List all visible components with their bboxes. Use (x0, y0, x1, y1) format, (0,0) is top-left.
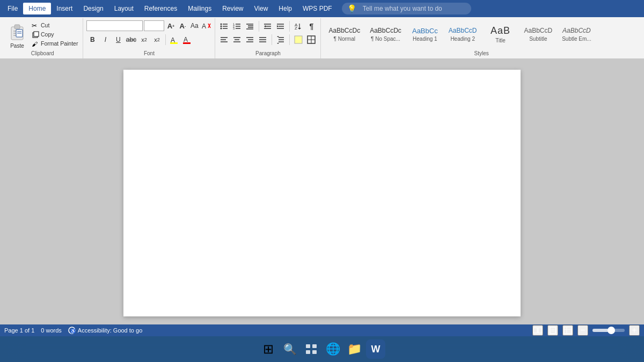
print-layout-button[interactable] (547, 325, 558, 336)
borders-icon (307, 35, 316, 44)
font-divider (165, 34, 166, 45)
italic-button[interactable]: I (99, 34, 111, 46)
superscript-button[interactable]: x2 (151, 34, 163, 46)
task-view-button[interactable] (302, 339, 321, 359)
para-divider2 (289, 21, 290, 32)
menu-help[interactable]: Help (273, 3, 297, 14)
menu-mailings[interactable]: Mailings (182, 3, 217, 14)
menu-review[interactable]: Review (217, 3, 248, 14)
menu-insert[interactable]: Insert (51, 3, 78, 14)
plus-zoom-button[interactable]: + (629, 325, 640, 336)
shading-icon (294, 35, 303, 44)
menu-home[interactable]: Home (23, 3, 51, 14)
word-app-button[interactable]: W (366, 339, 385, 359)
tell-me-input[interactable] (358, 4, 466, 13)
clipboard-group: Paste ✂ Cut Copy (2, 18, 83, 58)
align-right-button[interactable] (244, 34, 256, 46)
font-name-input[interactable] (86, 20, 143, 31)
clear-formatting-button[interactable]: A (201, 20, 211, 31)
font-color-button[interactable]: A (181, 34, 193, 46)
menu-wps-pdf[interactable]: WPS PDF (297, 3, 338, 14)
underline-button[interactable]: U (112, 34, 124, 46)
sort-button[interactable]: A Z (292, 20, 304, 32)
menu-bar: File Home Insert Design Layout Reference… (0, 0, 644, 17)
paste-label: Paste (10, 43, 24, 49)
font-size-input[interactable] (144, 20, 164, 31)
status-right: − + (532, 325, 640, 336)
paste-icon (9, 23, 26, 41)
svg-rect-18 (183, 42, 191, 44)
align-left-button[interactable] (218, 34, 230, 46)
sort-icon: A Z (294, 22, 303, 31)
clipboard-label: Clipboard (5, 49, 79, 57)
menu-design[interactable]: Design (78, 3, 108, 14)
edge-browser-button[interactable]: 🌐 (323, 339, 342, 359)
svg-rect-64 (295, 36, 302, 43)
svg-rect-81 (312, 350, 317, 354)
file-explorer-button[interactable]: 📁 (345, 339, 364, 359)
paste-button[interactable] (5, 20, 29, 43)
menu-references[interactable]: References (139, 3, 182, 14)
svg-point-23 (221, 28, 222, 29)
style-heading1[interactable]: AaBbCc Heading 1 (407, 19, 443, 49)
svg-rect-79 (312, 344, 317, 348)
svg-rect-75 (564, 327, 572, 334)
svg-point-21 (221, 26, 222, 27)
read-mode-button[interactable] (532, 325, 543, 336)
ribbon-content: Paste ✂ Cut Copy (0, 17, 644, 58)
bullet-list-button[interactable] (218, 20, 230, 32)
menu-layout[interactable]: Layout (109, 3, 139, 14)
font-group: A+ A- Aa A B I (83, 18, 215, 58)
bold-button[interactable]: B (86, 34, 98, 46)
accessibility-icon: ♿ (68, 327, 76, 334)
svg-rect-80 (306, 350, 310, 354)
justify-button[interactable] (257, 34, 269, 46)
start-button[interactable]: ⊞ (259, 339, 278, 359)
svg-text:A: A (184, 36, 188, 43)
borders-button[interactable] (305, 34, 317, 46)
lightbulb-icon: 💡 (347, 4, 356, 13)
styles-label: Styles (324, 49, 639, 57)
style-subtle-emphasis[interactable]: AaBbCcD Subtle Em... (558, 19, 595, 49)
strikethrough-button[interactable]: abc (125, 34, 137, 46)
text-highlight-button[interactable]: A (169, 34, 180, 46)
style-heading2[interactable]: AaBbCcD Heading 2 (444, 19, 481, 49)
change-case-button[interactable]: Aa (189, 20, 200, 31)
menu-view[interactable]: View (249, 3, 274, 14)
app-window: File Home Insert Design Layout Reference… (0, 0, 644, 362)
font-label: Font (86, 49, 211, 57)
web-layout-button[interactable] (562, 325, 573, 336)
web-layout-icon (564, 327, 572, 334)
line-spacing-button[interactable] (275, 34, 287, 46)
copy-icon (32, 31, 39, 38)
style-subtitle[interactable]: AaBbCcD Subtitle (520, 19, 557, 49)
align-center-button[interactable] (231, 34, 243, 46)
numbered-list-button[interactable]: 1. 2. 3. (231, 20, 243, 32)
document-page[interactable] (123, 70, 521, 316)
multilevel-list-button[interactable] (244, 20, 256, 32)
style-no-spacing[interactable]: AaBbCcDc ¶ No Spac... (365, 19, 406, 49)
zoom-slider[interactable] (592, 329, 625, 332)
subscript-button[interactable]: x2 (138, 34, 150, 46)
minus-zoom-button[interactable]: − (577, 325, 588, 336)
style-normal[interactable]: AaBbCcDc ¶ Normal (324, 19, 364, 49)
para-divider3 (272, 34, 272, 45)
shading-button[interactable] (292, 34, 304, 46)
search-taskbar-button[interactable]: 🔍 (280, 339, 299, 359)
increase-indent-button[interactable] (275, 20, 287, 32)
copy-button[interactable]: Copy (30, 30, 79, 39)
decrease-font-button[interactable]: A- (177, 20, 188, 31)
svg-marker-38 (264, 25, 266, 27)
cut-button[interactable]: ✂ Cut (30, 21, 79, 29)
font-row2: B I U abc x2 x2 A (86, 34, 211, 46)
style-title[interactable]: AaB Title (482, 19, 519, 49)
line-spacing-icon (276, 35, 285, 44)
menu-file[interactable]: File (2, 3, 23, 14)
increase-indent-icon (276, 22, 285, 31)
decrease-indent-button[interactable] (262, 20, 274, 32)
read-mode-icon (533, 327, 543, 334)
show-hide-button[interactable]: ¶ (305, 20, 317, 32)
increase-font-button[interactable]: A+ (165, 20, 176, 31)
svg-marker-62 (277, 36, 279, 37)
format-painter-button[interactable]: 🖌 Format Painter (30, 39, 79, 48)
